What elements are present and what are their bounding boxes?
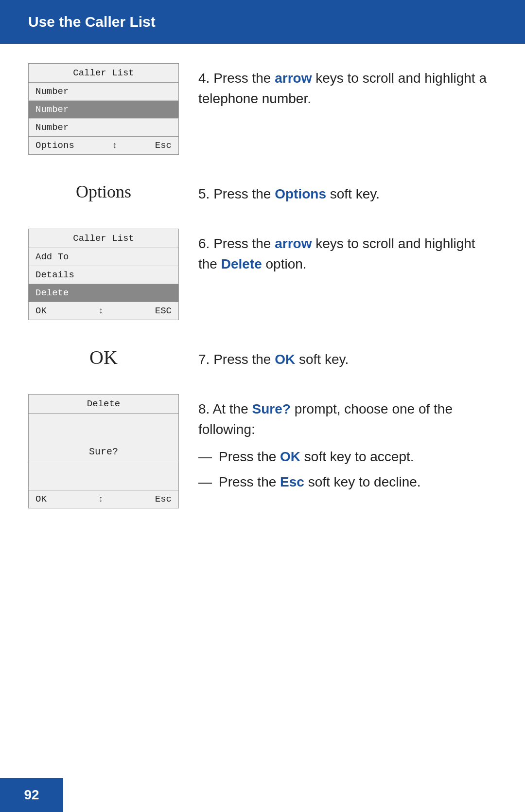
screen8-spacer-top <box>29 414 178 443</box>
screen-step6: Caller List Add To Details Delete OK ↕ E… <box>28 229 179 320</box>
screen6-title: Caller List <box>29 229 178 248</box>
screen4-title: Caller List <box>29 64 178 83</box>
screen4-footer-left: Options <box>35 140 74 151</box>
screen4-row1: Number <box>29 83 178 101</box>
step8-number: 8. <box>198 401 210 416</box>
step7-keyword1: OK <box>275 352 295 367</box>
step-6-row: Caller List Add To Details Delete OK ↕ E… <box>28 229 497 320</box>
screen-step4: Caller List Number Number Number Options… <box>28 63 179 155</box>
screen8-footer-right: Esc <box>155 494 172 505</box>
screen4-row2-highlighted: Number <box>29 101 178 119</box>
screen6-row2: Details <box>29 266 178 284</box>
step7-text: 7. Press the OK soft key. <box>198 344 497 370</box>
bullet1-keyword: OK <box>280 449 300 464</box>
screen6-row3-highlighted: Delete <box>29 284 178 302</box>
screen6-row1: Add To <box>29 248 178 266</box>
step-5-row: Options 5. Press the Options soft key. <box>28 179 497 204</box>
header-bar: Use the Caller List <box>0 0 525 44</box>
screen8-footer: OK ↕ Esc <box>29 490 178 508</box>
page-number: 92 <box>24 787 39 803</box>
screen6-footer: OK ↕ ESC <box>29 302 178 320</box>
step4-text: 4. Press the arrow keys to scroll and hi… <box>198 63 497 109</box>
screen4-arrow-icon: ↕ <box>112 141 117 150</box>
step4-keyword1: arrow <box>275 71 312 86</box>
step-8-row: Delete Sure? OK ↕ Esc 8. At the Sure? pr… <box>28 394 497 508</box>
screen8-sure-text: Sure? <box>29 443 178 461</box>
step-4-row: Caller List Number Number Number Options… <box>28 63 497 155</box>
screen4-row3: Number <box>29 119 178 136</box>
page-title: Use the Caller List <box>28 14 156 30</box>
step6-keyword1: arrow <box>275 236 312 251</box>
screen8-title: Delete <box>29 395 178 414</box>
step5-label: Options <box>28 181 179 202</box>
page-footer: 92 <box>0 778 63 812</box>
step5-text: 5. Press the Options soft key. <box>198 179 497 204</box>
step7-number: 7. <box>198 352 210 367</box>
bullet-item-1: — Press the OK soft key to accept. <box>198 447 497 467</box>
bullet2-keyword: Esc <box>280 474 304 489</box>
dash-icon-1: — <box>198 447 212 467</box>
screen6-footer-right: ESC <box>155 306 172 316</box>
step6-text: 6. Press the arrow keys to scroll and hi… <box>198 229 497 274</box>
step7-label: OK <box>28 346 179 369</box>
step5-keyword1: Options <box>275 186 326 201</box>
dash-icon-2: — <box>198 472 212 492</box>
screen4-footer-right: Esc <box>155 140 172 151</box>
screen-step8: Delete Sure? OK ↕ Esc <box>28 394 179 508</box>
step-7-row: OK 7. Press the OK soft key. <box>28 344 497 370</box>
screen6-arrow-icon: ↕ <box>98 306 104 316</box>
screen8-spacer-bottom <box>29 461 178 490</box>
step5-number: 5. <box>198 186 210 201</box>
main-content: Caller List Number Number Number Options… <box>0 44 525 572</box>
step8-text: 8. At the Sure? prompt, choose one of th… <box>198 394 497 497</box>
step8-keyword1: Sure? <box>252 401 291 416</box>
screen6-footer-left: OK <box>35 306 47 316</box>
step4-number: 4. <box>198 71 210 86</box>
bullet-item-2: — Press the Esc soft key to decline. <box>198 472 497 492</box>
bullet1-text: Press the OK soft key to accept. <box>219 447 414 467</box>
screen8-arrow-icon: ↕ <box>98 494 104 504</box>
step8-bullet-list: — Press the OK soft key to accept. — Pre… <box>198 447 497 492</box>
screen4-footer: Options ↕ Esc <box>29 136 178 154</box>
step6-keyword2: Delete <box>221 256 262 271</box>
step6-number: 6. <box>198 236 210 251</box>
screen8-footer-left: OK <box>35 494 47 505</box>
bullet2-text: Press the Esc soft key to decline. <box>219 472 421 492</box>
